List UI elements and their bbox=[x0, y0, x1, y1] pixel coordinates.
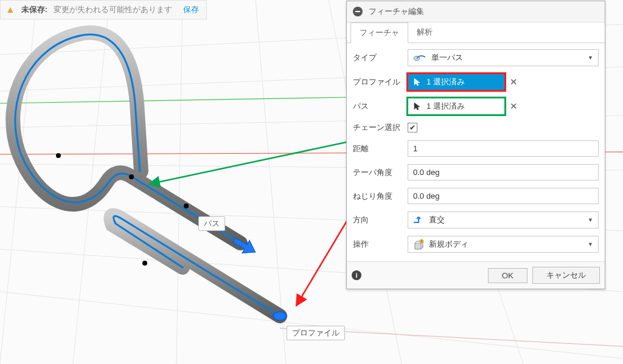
type-value: 単一パス bbox=[431, 52, 463, 63]
chain-checkbox[interactable]: ✔ bbox=[408, 123, 417, 132]
unsaved-bar: ▲ 未保存: 変更が失われる可能性があります 保存 bbox=[0, 0, 207, 19]
twist-input-wrap bbox=[408, 188, 599, 204]
taper-input[interactable] bbox=[413, 168, 593, 177]
callout-path-label: パス bbox=[204, 219, 220, 228]
twist-label: ねじり角度 bbox=[353, 191, 408, 202]
profile-selection-text: 1 選択済み bbox=[426, 77, 465, 88]
warning-icon: ▲ bbox=[5, 4, 15, 15]
callout-profile: プロファイル bbox=[287, 326, 345, 340]
svg-line-6 bbox=[0, 292, 623, 359]
type-label: タイプ bbox=[353, 52, 408, 63]
chevron-down-icon: ▼ bbox=[588, 241, 593, 247]
panel-footer: i OK キャンセル bbox=[347, 261, 605, 289]
callout-path: パス bbox=[198, 216, 225, 231]
distance-input-wrap bbox=[408, 140, 599, 157]
panel-tabs: フィーチャ 解析 bbox=[347, 22, 605, 43]
profile-label: プロファイル bbox=[353, 77, 408, 88]
viewport-dot bbox=[184, 204, 189, 208]
chain-label: チェーン選択 bbox=[353, 122, 408, 133]
unsaved-message: 変更が失われる可能性があります bbox=[54, 4, 172, 15]
tab-analysis[interactable]: 解析 bbox=[408, 22, 441, 43]
tab-feature[interactable]: フィーチャ bbox=[350, 22, 408, 43]
panel-titlebar: フィーチャ編集 bbox=[347, 1, 605, 22]
panel-title-text: フィーチャ編集 bbox=[369, 6, 424, 17]
panel-body: タイプ 単一パス ▼ プロファイル 1 選択済み ✕ bbox=[347, 43, 605, 261]
svg-point-15 bbox=[273, 312, 287, 320]
type-dropdown[interactable]: 単一パス ▼ bbox=[408, 49, 599, 66]
save-link[interactable]: 保存 bbox=[183, 4, 199, 15]
viewport-dot bbox=[129, 174, 134, 179]
new-body-icon bbox=[413, 239, 424, 250]
orientation-dropdown[interactable]: 直交 ▼ bbox=[408, 211, 599, 228]
operation-dropdown[interactable]: 新規ボディ ▼ bbox=[408, 236, 599, 253]
operation-value: 新規ボディ bbox=[429, 239, 468, 250]
svg-line-9 bbox=[176, 0, 183, 364]
collapse-button[interactable] bbox=[353, 7, 363, 16]
unsaved-bold: 未保存: bbox=[21, 4, 47, 15]
cursor-icon bbox=[413, 78, 422, 86]
ok-button[interactable]: OK bbox=[488, 268, 527, 283]
viewport-dot bbox=[142, 261, 147, 266]
profile-selection[interactable]: 1 選択済み bbox=[408, 74, 505, 91]
path-selection[interactable]: 1 選択済み bbox=[408, 98, 505, 115]
svg-line-14 bbox=[0, 97, 350, 103]
orientation-value: 直交 bbox=[429, 215, 445, 225]
operation-label: 操作 bbox=[353, 239, 408, 250]
orientation-label: 方向 bbox=[353, 215, 408, 225]
callout-profile-label: プロファイル bbox=[292, 328, 339, 337]
taper-label: テーパ角度 bbox=[353, 167, 408, 178]
single-path-icon bbox=[413, 53, 426, 62]
twist-input[interactable] bbox=[413, 191, 593, 201]
cancel-button[interactable]: キャンセル bbox=[532, 267, 600, 284]
feature-edit-panel: フィーチャ編集 フィーチャ 解析 タイプ 単一パス ▼ プロファイル bbox=[346, 1, 605, 289]
orthogonal-icon bbox=[413, 216, 424, 224]
taper-input-wrap bbox=[408, 164, 599, 180]
path-label: パス bbox=[353, 101, 408, 112]
viewport-dot bbox=[56, 153, 61, 158]
info-icon[interactable]: i bbox=[352, 270, 361, 280]
path-selection-text: 1 選択済み bbox=[426, 101, 465, 112]
path-clear-button[interactable]: ✕ bbox=[510, 101, 518, 112]
cursor-icon bbox=[413, 102, 422, 111]
chevron-down-icon: ▼ bbox=[588, 55, 593, 61]
profile-clear-button[interactable]: ✕ bbox=[510, 77, 518, 88]
distance-input[interactable] bbox=[413, 144, 593, 153]
chevron-down-icon: ▼ bbox=[588, 217, 593, 223]
distance-label: 距離 bbox=[353, 143, 408, 154]
